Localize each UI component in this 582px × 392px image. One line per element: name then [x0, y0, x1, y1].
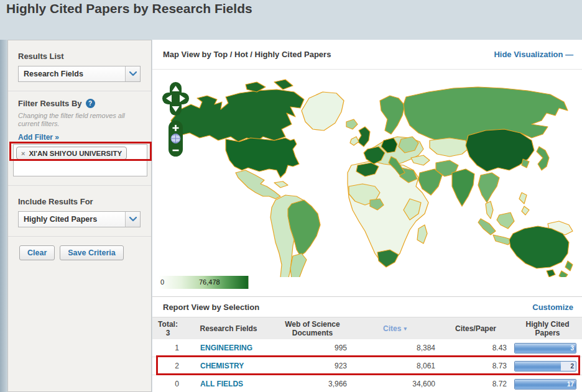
table-row: 1 ENGINEERING 995 8,384 8.43 3 — [152, 339, 582, 357]
map-region-india[interactable] — [452, 169, 474, 206]
map-region-new-zealand[interactable] — [565, 261, 573, 271]
page-title: Highly Cited Papers by Research Fields — [6, 1, 252, 16]
map-region-greenland[interactable] — [302, 92, 344, 130]
include-results-selected: Highly Cited Papers — [19, 215, 97, 224]
map-region-canada-arctic[interactable] — [274, 80, 293, 89]
map-color-scale: 0 76,478 — [159, 276, 249, 289]
column-header-cites-per-paper: Cites/Paper — [438, 317, 513, 339]
column-header-highly-cited-papers: Highly Cited Papers — [513, 317, 582, 339]
choropleth-map — [152, 72, 582, 277]
cites-per-paper-value: 8.43 — [438, 344, 513, 352]
table-row: 0 ALL FIELDS 3,966 34,600 8.72 17 — [152, 375, 582, 392]
hide-visualization-link[interactable]: Hide Visualization — — [494, 50, 573, 59]
bar-fill — [515, 362, 561, 371]
map-region-philippines[interactable] — [519, 193, 527, 204]
map-region-mexico[interactable] — [236, 170, 280, 199]
map-region-argentina[interactable] — [290, 253, 307, 277]
sort-descending-icon: ▾ — [404, 324, 407, 333]
left-strip — [0, 40, 7, 392]
map-region-australia[interactable] — [509, 226, 569, 268]
main-panel: Map View by Top / Hot / Highly Cited Pap… — [152, 40, 582, 392]
filter-note: Changing the filter field removes all cu… — [18, 112, 136, 128]
map-region-malay-peninsula[interactable] — [486, 201, 493, 219]
row-rank: 0 — [152, 380, 183, 388]
remove-filter-icon[interactable]: × — [21, 150, 25, 157]
filter-tag[interactable]: × XI'AN SHIYOU UNIVERSITY — [16, 147, 127, 160]
highly-cited-papers-value: 17 — [567, 381, 574, 388]
cites-value: 34,600 — [351, 380, 438, 388]
map-region-new-zealand[interactable] — [559, 271, 568, 277]
filter-tag-label: XI'AN SHIYOU UNIVERSITY — [29, 150, 122, 157]
column-header-wos-documents: Web of Science Documents — [274, 317, 351, 339]
map-region-philippines[interactable] — [522, 206, 529, 215]
cites-value: 8,384 — [351, 344, 438, 352]
results-list-heading: Results List — [18, 52, 151, 61]
filter-results-heading: Filter Results By — [18, 99, 82, 108]
scale-max-label: 76,478 — [199, 278, 220, 286]
highly-cited-papers-bar: 17 — [514, 379, 576, 390]
help-icon[interactable]: ? — [86, 99, 95, 108]
sidebar-divider — [8, 236, 151, 237]
report-view-title: Report View by Selection — [163, 303, 259, 312]
scale-min-label: 0 — [160, 278, 164, 286]
map-region-uk[interactable] — [358, 127, 370, 147]
clear-button[interactable]: Clear — [19, 245, 55, 260]
map-region-borneo[interactable] — [497, 212, 514, 229]
pan-control[interactable] — [162, 82, 189, 116]
wos-documents-value: 995 — [274, 344, 351, 352]
row-rank: 1 — [152, 344, 183, 352]
highly-cited-papers-value: 2 — [570, 363, 574, 370]
research-field-link[interactable]: ENGINEERING — [183, 344, 274, 352]
cites-value: 8,061 — [351, 362, 438, 370]
sidebar: Results List Research Fields Filter Resu… — [7, 40, 152, 392]
map-region-madagascar[interactable] — [417, 225, 427, 244]
results-list-selected: Research Fields — [19, 70, 83, 78]
research-field-link[interactable]: CHEMISTRY — [183, 362, 274, 370]
map-region-japan[interactable] — [537, 147, 549, 170]
results-list-dropdown[interactable]: Research Fields — [18, 66, 141, 82]
highly-cited-papers-bar: 2 — [514, 361, 576, 371]
include-results-dropdown[interactable]: Highly Cited Papers — [18, 211, 141, 227]
page: Highly Cited Papers by Research Fields R… — [0, 0, 582, 392]
add-filter-link[interactable]: Add Filter » — [18, 133, 59, 142]
customize-link[interactable]: Customize — [532, 303, 573, 312]
cites-per-paper-value: 8.72 — [438, 380, 513, 388]
map-region-korea[interactable] — [522, 159, 529, 168]
cites-per-paper-value: 8.73 — [438, 362, 513, 370]
research-field-link[interactable]: ALL FIELDS — [183, 380, 274, 388]
sidebar-divider — [8, 91, 151, 91]
map-region-central-asia[interactable] — [430, 138, 469, 157]
report-table: Total: 3 Research Fields Web of Science … — [152, 317, 582, 392]
map-region-sumatra[interactable] — [478, 219, 496, 235]
results-list-dropdown-button[interactable] — [125, 66, 140, 81]
sidebar-divider — [8, 185, 151, 186]
column-header-cites[interactable]: Cites ▾ — [351, 317, 438, 339]
table-row: 2 CHEMISTRY 923 8,061 8.73 2 — [152, 357, 582, 375]
save-criteria-button[interactable]: Save Criteria — [60, 245, 123, 260]
map-region-ireland[interactable] — [350, 137, 359, 145]
include-results-heading: Include Results For — [18, 197, 151, 206]
chevron-down-icon — [129, 217, 137, 222]
include-results-dropdown-button[interactable] — [125, 212, 140, 227]
map-region-canada[interactable] — [171, 89, 304, 142]
map-region-tasmania[interactable] — [547, 270, 555, 277]
map-region-cuba[interactable] — [274, 181, 288, 188]
map-controls — [161, 81, 191, 158]
highly-cited-papers-bar: 3 — [514, 343, 576, 353]
wos-documents-value: 923 — [274, 362, 351, 370]
world-map: 0 76,478 — [152, 70, 582, 296]
map-region-iceland[interactable] — [346, 119, 358, 129]
map-region-saudi-arabia[interactable] — [418, 169, 442, 195]
map-region-se-asia[interactable] — [478, 173, 499, 203]
map-region-scandinavia[interactable] — [380, 96, 405, 134]
map-region-usa[interactable] — [226, 138, 299, 178]
bar-fill — [515, 344, 576, 353]
highly-cited-papers-value: 3 — [570, 345, 574, 352]
row-rank: 2 — [152, 362, 183, 370]
wos-documents-value: 3,966 — [274, 380, 351, 388]
map-view-title: Map View by Top / Hot / Highly Cited Pap… — [163, 50, 331, 59]
column-header-research-fields: Research Fields — [183, 317, 274, 339]
column-header-total: Total: 3 — [152, 317, 183, 339]
zoom-control[interactable] — [169, 121, 183, 157]
filter-list: × XI'AN SHIYOU UNIVERSITY — [13, 144, 147, 176]
